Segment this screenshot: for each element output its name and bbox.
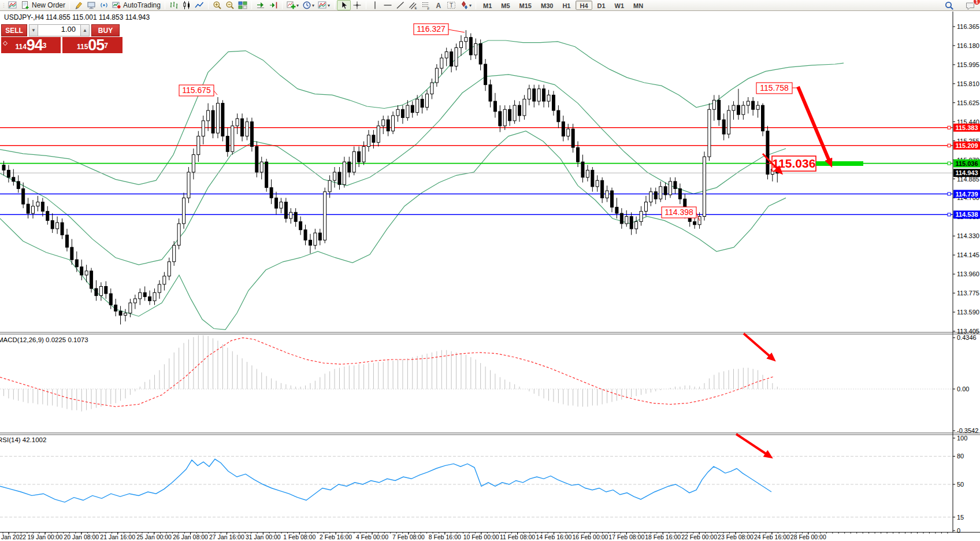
timeframe-m15-button[interactable]: M15	[515, 1, 536, 10]
autotrading-button[interactable]: AutoTrading	[110, 0, 162, 10]
shapes-icon	[459, 1, 469, 10]
fibonacci-button[interactable]: F	[420, 0, 432, 10]
svg-text:0: 0	[957, 527, 960, 534]
svg-text:113.960: 113.960	[957, 270, 979, 277]
auto-scroll-button[interactable]	[254, 0, 267, 10]
new-order-button[interactable]: New Order	[19, 0, 67, 10]
time-axis-label: 31 Jan 00:00	[246, 533, 281, 540]
axis-price-badge: 115.383	[953, 124, 980, 132]
doc-icon	[21, 1, 30, 10]
dropdown-arrow-icon: ▾	[296, 3, 299, 8]
sell-price-sup: 3	[43, 37, 47, 54]
linechart-icon	[195, 1, 204, 10]
buy-button[interactable]: BUY	[91, 24, 120, 36]
svg-text:115.383: 115.383	[955, 124, 978, 131]
text-label-button[interactable]: T	[445, 0, 458, 10]
textt-icon: T	[447, 1, 456, 10]
time-axis-label: 25 Jan 00:00	[136, 533, 172, 540]
chart-canvas[interactable]: 116.327115.675115.758114.398115.036MACD(…	[0, 11, 980, 541]
price-label-115.675[interactable]: 115.675	[179, 85, 214, 96]
equidistant-channel-button[interactable]: E	[407, 0, 420, 10]
timeframe-m1-button[interactable]: M1	[479, 1, 496, 10]
toolbar-separator	[366, 1, 366, 9]
time-axis-label: 2 Feb 16:00	[320, 533, 352, 540]
price-label-115.036[interactable]: 115.036	[772, 156, 816, 171]
marker-button[interactable]	[72, 0, 85, 10]
templates-button[interactable]: ▾	[316, 0, 332, 10]
time-axis-label: 14 Feb 16:00	[536, 533, 572, 540]
new-order-button-label: New Order	[32, 1, 65, 9]
hline-handle[interactable]	[948, 162, 951, 165]
svg-text:0.4346: 0.4346	[957, 334, 977, 341]
sell-button[interactable]: SELL	[1, 24, 27, 36]
marker-icon	[74, 1, 83, 10]
vline-icon	[370, 1, 380, 10]
timeframe-w1-button[interactable]: W1	[611, 1, 629, 10]
time-axis-label: 27 Jan 16:00	[209, 533, 244, 540]
svg-text:115.758: 115.758	[760, 83, 789, 92]
one-click-trading-panel: SELL ▼ 1.00 ▲ BUY 114943 115057	[1, 24, 122, 53]
timeframe-d1-button[interactable]: D1	[593, 1, 610, 10]
signals-button[interactable]	[98, 0, 110, 10]
candlestick-chart-button[interactable]	[180, 0, 193, 10]
bar-chart-button[interactable]	[168, 0, 180, 10]
svg-text:115.675: 115.675	[182, 86, 211, 95]
svg-text:116.327: 116.327	[417, 24, 446, 34]
volume-up-button[interactable]: ▲	[80, 24, 90, 36]
chart-shift-button[interactable]	[267, 0, 280, 10]
price-label-114.398[interactable]: 114.398	[662, 207, 696, 218]
zoom-out-button[interactable]	[224, 0, 236, 10]
cursor-button[interactable]	[337, 0, 351, 10]
volume-input[interactable]: 1.00	[38, 24, 80, 36]
expert-advisors-button[interactable]	[85, 0, 98, 10]
time-axis-label: 28 Feb 00:00	[790, 533, 826, 540]
horizontal-line-button[interactable]	[381, 0, 394, 10]
sell-price-small: 114	[15, 41, 26, 53]
svg-text:-0.3542: -0.3542	[957, 427, 978, 434]
axis-price-badge: 115.036	[953, 160, 980, 168]
text-button[interactable]: A	[432, 0, 445, 10]
svg-text:E: E	[415, 6, 417, 10]
buy-price-sup: 7	[104, 37, 108, 54]
svg-text:F: F	[428, 7, 430, 10]
line-chart-button[interactable]	[193, 0, 206, 10]
hline-handle[interactable]	[948, 192, 951, 195]
computer-icon	[87, 1, 96, 10]
timeframe-m5-button[interactable]: M5	[497, 1, 514, 10]
signal-icon	[99, 1, 109, 10]
timeframe-mn-button[interactable]: MN	[629, 1, 647, 10]
time-axis-label: 18 Feb 16:00	[645, 533, 681, 540]
search-button[interactable]	[943, 1, 956, 11]
timeframe-h4-button[interactable]: H4	[576, 1, 592, 10]
svg-text:50: 50	[957, 481, 964, 488]
vertical-line-button[interactable]	[369, 0, 381, 10]
new-chart-button[interactable]	[6, 0, 19, 10]
template-icon	[8, 1, 17, 10]
svg-text:A: A	[436, 2, 441, 10]
dropdown-arrow-icon: ▾	[312, 3, 314, 8]
volume-down-button[interactable]: ▼	[29, 24, 38, 36]
sell-price-display[interactable]: 114943	[1, 37, 61, 53]
arrows-button[interactable]: ▾	[458, 0, 473, 10]
svg-text:115.625: 115.625	[957, 99, 979, 106]
green-highlight-bar[interactable]	[816, 161, 863, 166]
zoom-in-button[interactable]	[211, 0, 224, 10]
timeframe-m30-button[interactable]: M30	[537, 1, 557, 10]
price-label-115.758[interactable]: 115.758	[756, 83, 792, 94]
svg-text:114.145: 114.145	[957, 251, 979, 258]
timeframe-h1-button[interactable]: H1	[558, 1, 574, 10]
svg-text:115.209: 115.209	[955, 142, 978, 149]
buy-price-display[interactable]: 115057	[62, 37, 122, 53]
crosshair-button[interactable]	[351, 0, 363, 10]
hline-handle[interactable]	[948, 126, 951, 129]
time-axis-label: 11 Feb 08:00	[500, 533, 535, 540]
zoomin-icon	[213, 1, 222, 10]
trendline-button[interactable]	[394, 0, 407, 10]
price-label-116.327[interactable]: 116.327	[414, 24, 448, 35]
hline-handle[interactable]	[948, 213, 951, 216]
hline-handle[interactable]	[948, 144, 951, 147]
periods-button[interactable]: ▾	[300, 0, 316, 10]
tile-windows-button[interactable]	[236, 0, 249, 10]
indicators-button[interactable]: ▾	[285, 0, 300, 10]
notifications-button[interactable]: 1	[964, 1, 977, 11]
